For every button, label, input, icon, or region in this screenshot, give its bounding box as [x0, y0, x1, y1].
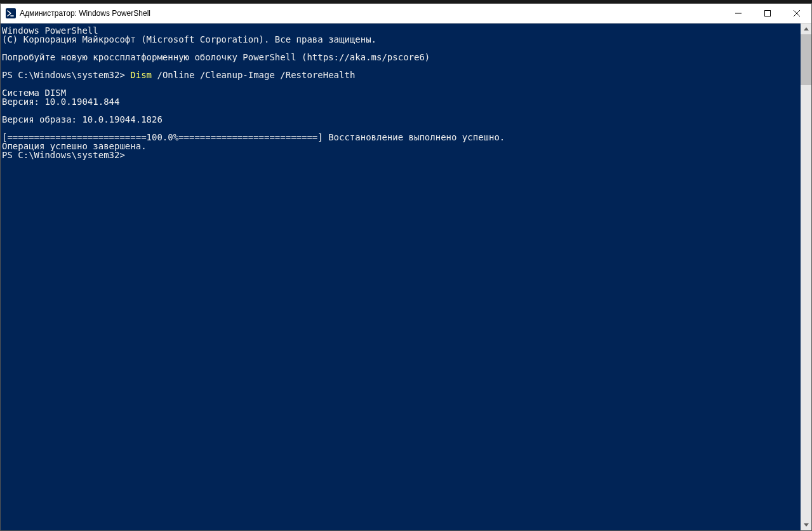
titlebar[interactable]: Администратор: Windows PowerShell — [1, 4, 811, 24]
console-prompt-line: PS C:\Windows\system32> Dism /Online /Cl… — [2, 71, 798, 79]
svg-rect-3 — [765, 11, 771, 17]
console-line — [2, 124, 798, 133]
prompt-prefix: PS C:\Windows\system32> — [2, 70, 130, 80]
console-line — [2, 62, 798, 71]
console-line: Версия: 10.0.19041.844 — [2, 97, 798, 106]
command-args: /Online /Cleanup-Image /RestoreHealth — [157, 70, 355, 80]
console-output[interactable]: Windows PowerShell(C) Корпорация Майкрос… — [1, 24, 801, 530]
console-line: Версия образа: 10.0.19044.1826 — [2, 115, 798, 124]
powershell-icon — [6, 8, 16, 18]
console-line: Попробуйте новую кроссплатформенную обол… — [2, 53, 798, 62]
console-line: (C) Корпорация Майкрософт (Microsoft Cor… — [2, 35, 798, 44]
vertical-scrollbar[interactable] — [801, 24, 811, 530]
minimize-icon — [735, 10, 742, 17]
window-title: Администратор: Windows PowerShell — [20, 9, 724, 18]
console-area: Windows PowerShell(C) Корпорация Майкрос… — [1, 24, 811, 530]
console-prompt-line: PS C:\Windows\system32> — [2, 151, 798, 159]
window-controls — [724, 4, 811, 23]
maximize-button[interactable] — [753, 4, 782, 23]
scroll-up-button[interactable] — [801, 24, 811, 34]
close-button[interactable] — [782, 4, 811, 23]
chevron-up-icon — [804, 27, 809, 30]
chevron-down-icon — [804, 523, 809, 527]
console-line — [2, 44, 798, 53]
maximize-icon — [764, 10, 771, 17]
powershell-window: Администратор: Windows PowerShell Windo — [0, 3, 812, 531]
console-line — [2, 106, 798, 115]
minimize-button[interactable] — [724, 4, 753, 23]
close-icon — [794, 10, 800, 17]
console-line — [2, 79, 798, 88]
console-line: Операция успешно завершена. — [2, 142, 798, 151]
scroll-thumb[interactable] — [801, 34, 811, 85]
console-progress-line: [==========================100.0%=======… — [2, 133, 798, 142]
scroll-down-button[interactable] — [801, 520, 811, 530]
command-name: Dism — [130, 70, 157, 80]
console-line: Windows PowerShell — [2, 26, 798, 35]
console-line: Cистема DISM — [2, 88, 798, 97]
